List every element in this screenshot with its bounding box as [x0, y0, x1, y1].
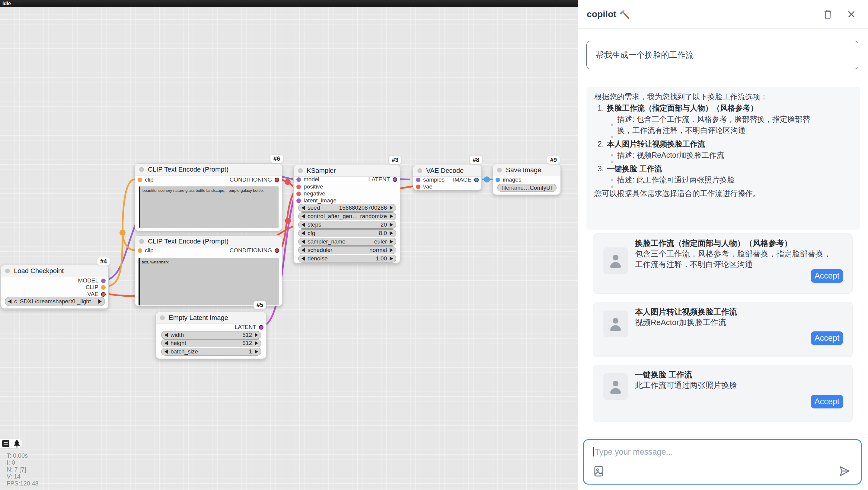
widget-batch-size[interactable]: batch_size 1 [161, 348, 261, 355]
increment-arrow-icon[interactable] [390, 248, 393, 252]
slot-dot-icon[interactable] [137, 178, 142, 182]
prompt-textarea[interactable]: text, watermark [138, 258, 279, 306]
slot-dot-icon[interactable] [137, 248, 142, 253]
clear-chat-button[interactable] [823, 8, 833, 20]
increment-arrow-icon[interactable] [255, 341, 258, 345]
message-input[interactable]: Type your message... [583, 439, 862, 485]
output-slot-image[interactable]: IMAGE [453, 176, 479, 183]
decrement-arrow-icon[interactable] [8, 299, 11, 304]
widget-steps[interactable]: steps 20 [298, 221, 396, 229]
input-slot-clip[interactable]: clip [137, 176, 154, 183]
decrement-arrow-icon[interactable] [302, 206, 305, 210]
node-empty-latent-image[interactable]: Empty Latent Image LATENT width 512 heig… [155, 312, 267, 359]
output-slot-model[interactable]: MODEL [78, 277, 105, 284]
input-slot-latent-image[interactable]: latent_image [297, 197, 337, 204]
slot-dot-icon[interactable] [297, 184, 301, 189]
decrement-arrow-icon[interactable] [164, 341, 168, 345]
slot-dot-icon[interactable] [101, 279, 105, 283]
user-message-text: 帮我生成一个换脸的工作流 [596, 50, 693, 60]
widget-denoise[interactable]: denoise 1.00 [298, 255, 396, 262]
widget-scheduler[interactable]: scheduler normal [298, 246, 396, 254]
decrement-arrow-icon[interactable] [302, 248, 305, 252]
slot-dot-icon[interactable] [496, 178, 500, 182]
input-slot-samples[interactable]: samples [416, 176, 444, 183]
attach-image-button[interactable] [592, 465, 605, 478]
increment-arrow-icon[interactable] [255, 349, 258, 354]
decrement-arrow-icon[interactable] [302, 239, 305, 244]
slot-dot-icon[interactable] [297, 199, 301, 203]
node-clip-text-encode-positive[interactable]: CLIP Text Encode (Prompt) clip CONDITION… [134, 164, 282, 231]
accept-button[interactable]: Accept [811, 395, 843, 408]
slot-dot-icon[interactable] [259, 325, 264, 329]
input-slot-negative[interactable]: negative [297, 190, 326, 197]
slot-dot-icon[interactable] [393, 177, 397, 182]
output-slot-latent[interactable]: LATENT [369, 176, 397, 183]
workflow-canvas[interactable]: Idle #4 #6 #3 #8 #9 #5 Load Checkpoint M… [0, 0, 578, 490]
node-header[interactable]: KSampler [294, 165, 400, 177]
tree-view-button[interactable] [13, 439, 21, 448]
increment-arrow-icon[interactable] [390, 214, 393, 219]
slot-dot-icon[interactable] [101, 285, 105, 290]
widget-ckpt-name[interactable]: ckpt_name SDXL/dreamshaperXL_light... [5, 297, 105, 306]
node-header[interactable]: Load Checkpoint [1, 265, 108, 277]
node-save-image[interactable]: Save Image images filename_prefix ComfyU… [493, 164, 561, 195]
widget-width[interactable]: width 512 [161, 331, 261, 339]
increment-arrow-icon[interactable] [390, 231, 393, 235]
output-slot-latent[interactable]: LATENT [235, 323, 264, 331]
prompt-textarea[interactable]: beautiful scenery nature glass bottle la… [139, 186, 279, 228]
node-header[interactable]: CLIP Text Encode (Prompt) [135, 164, 282, 175]
accept-button[interactable]: Accept [811, 332, 843, 345]
node-vae-decode[interactable]: VAE Decode samples vae IMAGE [413, 165, 482, 190]
widget-cfg[interactable]: cfg 8.0 [298, 229, 396, 237]
decrement-arrow-icon[interactable] [164, 333, 168, 337]
node-title: VAE Decode [426, 167, 464, 175]
node-ksampler[interactable]: KSampler model positive negative latent_… [293, 165, 400, 263]
input-slot-images[interactable]: images [496, 176, 521, 183]
slot-dot-icon[interactable] [275, 248, 279, 253]
slot-dot-icon[interactable] [416, 184, 421, 189]
slot-dot-icon[interactable] [297, 192, 301, 196]
increment-arrow-icon[interactable] [390, 239, 393, 244]
widget-filename-prefix[interactable]: filename_prefix ComfyUI [497, 184, 557, 192]
input-slot-positive[interactable]: positive [297, 183, 323, 190]
input-slot-clip[interactable]: clip [137, 247, 154, 254]
slot-dot-icon[interactable] [416, 178, 421, 182]
node-header[interactable]: VAE Decode [413, 165, 482, 177]
node-title: CLIP Text Encode (Prompt) [148, 237, 228, 245]
decrement-arrow-icon[interactable] [302, 257, 305, 261]
slot-dot-icon[interactable] [474, 178, 479, 182]
widget-seed[interactable]: seed 156680208700286 [298, 204, 396, 212]
increment-arrow-icon[interactable] [98, 299, 102, 304]
input-slot-vae[interactable]: vae [416, 183, 433, 190]
output-slot-conditioning[interactable]: CONDITIONING [230, 247, 279, 254]
close-panel-button[interactable] [847, 10, 856, 19]
widget-control-after-generate[interactable]: control_after_generate randomize [298, 212, 396, 220]
node-clip-text-encode-negative[interactable]: CLIP Text Encode (Prompt) clip CONDITION… [134, 235, 282, 306]
send-button[interactable] [838, 465, 850, 478]
slot-dot-icon[interactable] [101, 292, 105, 297]
widget-sampler-name[interactable]: sampler_name euler [298, 238, 396, 246]
decrement-arrow-icon[interactable] [164, 349, 168, 354]
node-header[interactable]: Empty Latent Image [156, 312, 266, 324]
widget-height[interactable]: height 512 [161, 339, 261, 347]
increment-arrow-icon[interactable] [255, 333, 258, 337]
increment-arrow-icon[interactable] [390, 223, 393, 227]
output-slot-clip[interactable]: CLIP [86, 284, 105, 291]
decrement-arrow-icon[interactable] [302, 231, 305, 235]
decrement-arrow-icon[interactable] [302, 223, 305, 227]
node-header[interactable]: CLIP Text Encode (Prompt) [135, 236, 282, 248]
accept-button[interactable]: Accept [811, 269, 843, 283]
node-list-button[interactable] [2, 439, 10, 448]
card-title: 换脸工作流（指定面部与人物）（风格参考） [635, 238, 837, 249]
workflow-avatar [603, 248, 628, 274]
card-title: 本人图片转让视频换脸工作流 [635, 307, 837, 317]
increment-arrow-icon[interactable] [390, 257, 393, 261]
slot-dot-icon[interactable] [275, 178, 279, 182]
increment-arrow-icon[interactable] [390, 206, 393, 210]
input-slot-model[interactable]: model [297, 176, 319, 183]
decrement-arrow-icon[interactable] [302, 214, 305, 219]
node-load-checkpoint[interactable]: Load Checkpoint MODEL CLIP VAE ckpt_name… [1, 265, 108, 309]
slot-dot-icon[interactable] [297, 177, 301, 182]
output-slot-conditioning[interactable]: CONDITIONING [230, 176, 279, 183]
node-header[interactable]: Save Image [493, 164, 560, 176]
